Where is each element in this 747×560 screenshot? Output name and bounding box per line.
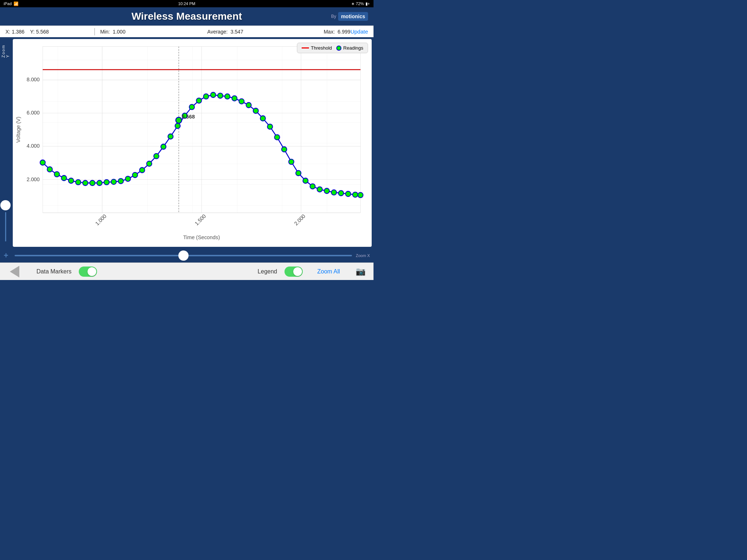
status-time: 10:24 PM xyxy=(178,1,195,6)
svg-point-29 xyxy=(104,180,109,185)
svg-point-27 xyxy=(90,180,95,186)
zoom-all-button[interactable]: Zoom All xyxy=(317,268,340,275)
stat-divider-1 xyxy=(94,28,95,35)
svg-point-65 xyxy=(345,191,351,197)
svg-point-36 xyxy=(154,153,159,159)
zoom-y-label: Zoom Y xyxy=(1,41,10,58)
svg-point-48 xyxy=(225,94,230,99)
svg-point-42 xyxy=(196,98,201,104)
back-button[interactable] xyxy=(7,265,22,278)
svg-point-30 xyxy=(111,179,116,184)
svg-text:4.000: 4.000 xyxy=(27,143,40,149)
battery-icon: ▮+ xyxy=(365,1,370,6)
zoom-y-handle[interactable] xyxy=(0,200,11,210)
svg-point-52 xyxy=(253,108,258,114)
svg-point-51 xyxy=(246,102,251,108)
svg-point-67 xyxy=(358,192,363,198)
brand-name: motionics xyxy=(338,12,368,21)
svg-text:1.000: 1.000 xyxy=(94,213,108,226)
svg-point-25 xyxy=(76,180,81,185)
zoom-plus-button[interactable]: + xyxy=(4,251,11,260)
svg-text:5.568: 5.568 xyxy=(182,114,195,120)
svg-point-26 xyxy=(83,180,88,186)
max-stat: Max: 6.999 xyxy=(267,29,351,35)
camera-button[interactable]: 📷 xyxy=(355,267,366,277)
legend-readings: Readings xyxy=(336,45,363,51)
bluetooth-icon: ∗ xyxy=(351,1,355,6)
svg-point-39 xyxy=(175,123,180,129)
zoom-y-slider[interactable] xyxy=(0,58,11,245)
max-value: 6.999 xyxy=(338,29,351,35)
svg-text:Time (Seconds): Time (Seconds) xyxy=(183,234,220,240)
y-value: 5.568 xyxy=(36,29,49,35)
zoom-y-sidebar: Zoom Y xyxy=(0,37,11,249)
svg-point-53 xyxy=(260,116,266,121)
svg-point-64 xyxy=(338,191,344,196)
svg-point-32 xyxy=(125,176,131,182)
update-button[interactable]: Update xyxy=(351,28,368,35)
wifi-icon: 📶 xyxy=(13,1,19,6)
readings-dot-icon xyxy=(336,46,341,51)
svg-point-24 xyxy=(69,178,74,183)
data-markers-toggle-thumb xyxy=(88,267,96,276)
chart-container[interactable]: Threshold Readings xyxy=(13,39,372,247)
threshold-line-icon xyxy=(302,47,309,48)
page-title: Wireless Measurement xyxy=(131,11,242,22)
svg-point-49 xyxy=(232,96,237,101)
status-right: ∗ 72% ▮+ xyxy=(351,1,370,6)
zoom-x-area[interactable]: + Zoom X xyxy=(0,249,374,262)
svg-point-28 xyxy=(97,180,102,186)
back-arrow-icon xyxy=(10,266,19,277)
svg-text:8.000: 8.000 xyxy=(27,77,40,82)
svg-point-60 xyxy=(310,184,315,189)
x-value: 1.386 xyxy=(12,29,24,35)
xy-stat: X: 1.386 Y: 5.568 xyxy=(5,29,89,35)
svg-point-54 xyxy=(267,124,272,129)
svg-point-62 xyxy=(324,188,329,194)
x-scroll-handle[interactable] xyxy=(178,250,189,261)
zoom-y-track xyxy=(5,212,6,241)
x-label: X: xyxy=(5,29,10,35)
svg-text:6.000: 6.000 xyxy=(27,110,40,116)
main-area: Zoom Y Threshold Readings xyxy=(0,37,374,249)
svg-point-61 xyxy=(317,187,322,192)
legend-toggle-thumb xyxy=(293,267,302,276)
svg-point-57 xyxy=(289,159,294,165)
svg-point-22 xyxy=(54,172,59,177)
svg-point-63 xyxy=(331,190,336,195)
svg-point-41 xyxy=(189,104,194,110)
svg-text:2.000: 2.000 xyxy=(27,176,40,182)
legend-threshold: Threshold xyxy=(302,45,332,51)
camera-icon: 📷 xyxy=(356,267,365,276)
avg-label: Average: xyxy=(207,29,228,35)
min-stat: Min: 1.000 xyxy=(100,29,184,35)
svg-point-21 xyxy=(47,167,52,172)
svg-point-47 xyxy=(218,93,223,98)
svg-point-55 xyxy=(275,135,280,140)
chart-svg[interactable]: 8.000 6.000 4.000 2.000 1.000 1.500 2.00… xyxy=(13,39,372,247)
svg-point-58 xyxy=(296,171,301,176)
data-markers-toggle[interactable] xyxy=(79,267,97,277)
svg-text:2.000: 2.000 xyxy=(293,213,306,226)
svg-point-38 xyxy=(168,134,173,139)
legend-toggle[interactable] xyxy=(285,267,303,277)
min-label: Min: xyxy=(100,29,110,35)
svg-point-20 xyxy=(40,160,45,166)
svg-point-59 xyxy=(303,178,308,183)
title-bar: Wireless Measurement By motionics xyxy=(0,7,374,26)
svg-point-23 xyxy=(61,175,66,181)
battery-pct: 72% xyxy=(356,1,364,6)
chart-legend: Threshold Readings xyxy=(297,43,368,53)
y-label: Y: xyxy=(30,29,34,35)
stats-bar: X: 1.386 Y: 5.568 Min: 1.000 Average: 3.… xyxy=(0,26,374,37)
x-scroll-track[interactable] xyxy=(15,255,352,256)
ipad-label: iPad xyxy=(4,1,12,6)
svg-point-33 xyxy=(132,172,138,178)
svg-text:Voltage (V): Voltage (V) xyxy=(16,117,22,143)
brand-logo: By motionics xyxy=(331,12,368,21)
data-markers-label: Data Markers xyxy=(36,268,71,275)
bottom-toolbar: Data Markers Legend Zoom All 📷 xyxy=(0,262,374,280)
svg-point-45 xyxy=(204,94,209,99)
zoom-x-label: Zoom X xyxy=(356,253,370,258)
svg-point-35 xyxy=(147,161,152,167)
